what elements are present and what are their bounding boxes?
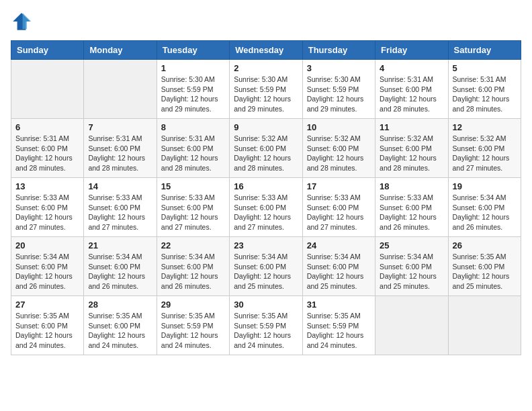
day-of-week-header: Thursday — [302, 41, 375, 60]
calendar-cell: 9Sunrise: 5:32 AM Sunset: 6:00 PM Daylig… — [230, 119, 302, 178]
day-info: Sunrise: 5:30 AM Sunset: 5:59 PM Dayligh… — [161, 75, 225, 114]
day-info: Sunrise: 5:33 AM Sunset: 6:00 PM Dayligh… — [88, 193, 152, 232]
day-number: 26 — [453, 240, 517, 250]
day-number: 28 — [88, 300, 152, 310]
day-of-week-header: Tuesday — [157, 41, 229, 60]
day-number: 4 — [380, 63, 443, 73]
calendar-cell: 6Sunrise: 5:31 AM Sunset: 6:00 PM Daylig… — [11, 119, 84, 178]
day-number: 21 — [88, 240, 152, 250]
day-number: 23 — [234, 240, 298, 250]
day-number: 7 — [88, 122, 152, 132]
calendar-cell: 2Sunrise: 5:30 AM Sunset: 5:59 PM Daylig… — [230, 60, 302, 119]
day-info: Sunrise: 5:33 AM Sunset: 6:00 PM Dayligh… — [307, 193, 371, 232]
day-info: Sunrise: 5:31 AM Sunset: 6:00 PM Dayligh… — [88, 134, 152, 173]
day-info: Sunrise: 5:34 AM Sunset: 6:00 PM Dayligh… — [161, 252, 225, 291]
day-number: 13 — [15, 181, 79, 191]
day-info: Sunrise: 5:32 AM Sunset: 6:00 PM Dayligh… — [453, 134, 517, 173]
day-number: 30 — [234, 300, 298, 310]
calendar-cell — [11, 60, 84, 119]
calendar-cell — [375, 296, 448, 355]
calendar-cell: 14Sunrise: 5:33 AM Sunset: 6:00 PM Dayli… — [84, 178, 157, 237]
day-number: 2 — [234, 63, 298, 73]
day-number: 16 — [234, 181, 298, 191]
day-of-week-header: Friday — [375, 41, 448, 60]
day-of-week-header: Sunday — [11, 41, 84, 60]
day-info: Sunrise: 5:35 AM Sunset: 5:59 PM Dayligh… — [161, 311, 225, 351]
calendar-cell: 8Sunrise: 5:31 AM Sunset: 6:00 PM Daylig… — [157, 119, 229, 178]
day-number: 1 — [161, 63, 225, 73]
calendar-week-row: 20Sunrise: 5:34 AM Sunset: 6:00 PM Dayli… — [11, 237, 521, 296]
day-number: 9 — [234, 122, 298, 132]
calendar-cell: 27Sunrise: 5:35 AM Sunset: 6:00 PM Dayli… — [11, 296, 84, 355]
day-number: 31 — [307, 300, 371, 310]
calendar-week-row: 27Sunrise: 5:35 AM Sunset: 6:00 PM Dayli… — [11, 296, 521, 355]
day-info: Sunrise: 5:33 AM Sunset: 6:00 PM Dayligh… — [161, 193, 225, 232]
day-number: 10 — [307, 122, 371, 132]
day-number: 5 — [453, 63, 517, 73]
calendar-cell: 21Sunrise: 5:34 AM Sunset: 6:00 PM Dayli… — [84, 237, 157, 296]
day-number: 15 — [161, 181, 225, 191]
day-info: Sunrise: 5:30 AM Sunset: 5:59 PM Dayligh… — [234, 75, 298, 114]
day-info: Sunrise: 5:34 AM Sunset: 6:00 PM Dayligh… — [307, 252, 371, 291]
day-info: Sunrise: 5:34 AM Sunset: 6:00 PM Dayligh… — [15, 252, 79, 291]
day-info: Sunrise: 5:32 AM Sunset: 6:00 PM Dayligh… — [234, 134, 298, 173]
calendar-cell: 15Sunrise: 5:33 AM Sunset: 6:00 PM Dayli… — [157, 178, 229, 237]
calendar-cell: 4Sunrise: 5:31 AM Sunset: 6:00 PM Daylig… — [375, 60, 448, 119]
calendar-cell: 19Sunrise: 5:34 AM Sunset: 6:00 PM Dayli… — [448, 178, 521, 237]
calendar-cell: 29Sunrise: 5:35 AM Sunset: 5:59 PM Dayli… — [157, 296, 229, 355]
svg-marker-1 — [23, 13, 32, 29]
day-number: 17 — [307, 181, 371, 191]
day-info: Sunrise: 5:33 AM Sunset: 6:00 PM Dayligh… — [15, 193, 79, 232]
day-number: 11 — [380, 122, 443, 132]
calendar-week-row: 13Sunrise: 5:33 AM Sunset: 6:00 PM Dayli… — [11, 178, 521, 237]
calendar-cell: 16Sunrise: 5:33 AM Sunset: 6:00 PM Dayli… — [230, 178, 302, 237]
calendar-cell: 1Sunrise: 5:30 AM Sunset: 5:59 PM Daylig… — [157, 60, 229, 119]
calendar-cell: 3Sunrise: 5:30 AM Sunset: 5:59 PM Daylig… — [302, 60, 375, 119]
calendar-cell: 5Sunrise: 5:31 AM Sunset: 6:00 PM Daylig… — [448, 60, 521, 119]
day-number: 29 — [161, 300, 225, 310]
calendar-cell — [448, 296, 521, 355]
day-info: Sunrise: 5:31 AM Sunset: 6:00 PM Dayligh… — [15, 134, 79, 173]
logo — [11, 11, 35, 32]
day-info: Sunrise: 5:34 AM Sunset: 6:00 PM Dayligh… — [88, 252, 152, 291]
day-of-week-header: Saturday — [448, 41, 521, 60]
calendar-cell: 23Sunrise: 5:34 AM Sunset: 6:00 PM Dayli… — [230, 237, 302, 296]
day-info: Sunrise: 5:35 AM Sunset: 6:00 PM Dayligh… — [15, 311, 79, 351]
calendar-cell: 20Sunrise: 5:34 AM Sunset: 6:00 PM Dayli… — [11, 237, 84, 296]
day-number: 20 — [15, 240, 79, 250]
day-info: Sunrise: 5:31 AM Sunset: 6:00 PM Dayligh… — [161, 134, 225, 173]
day-info: Sunrise: 5:33 AM Sunset: 6:00 PM Dayligh… — [380, 193, 443, 232]
calendar-week-row: 6Sunrise: 5:31 AM Sunset: 6:00 PM Daylig… — [11, 119, 521, 178]
day-number: 27 — [15, 300, 79, 310]
day-info: Sunrise: 5:35 AM Sunset: 5:59 PM Dayligh… — [307, 311, 371, 351]
day-number: 6 — [15, 122, 79, 132]
logo-icon — [11, 11, 32, 32]
day-info: Sunrise: 5:35 AM Sunset: 6:00 PM Dayligh… — [453, 252, 517, 291]
calendar-cell: 31Sunrise: 5:35 AM Sunset: 5:59 PM Dayli… — [302, 296, 375, 355]
day-number: 19 — [453, 181, 517, 191]
day-number: 3 — [307, 63, 371, 73]
calendar-cell: 7Sunrise: 5:31 AM Sunset: 6:00 PM Daylig… — [84, 119, 157, 178]
day-number: 24 — [307, 240, 371, 250]
calendar-cell: 10Sunrise: 5:32 AM Sunset: 6:00 PM Dayli… — [302, 119, 375, 178]
calendar-cell: 25Sunrise: 5:34 AM Sunset: 6:00 PM Dayli… — [375, 237, 448, 296]
calendar-header: SundayMondayTuesdayWednesdayThursdayFrid… — [11, 41, 521, 60]
calendar-cell: 13Sunrise: 5:33 AM Sunset: 6:00 PM Dayli… — [11, 178, 84, 237]
day-of-week-header: Monday — [84, 41, 157, 60]
calendar-cell: 30Sunrise: 5:35 AM Sunset: 5:59 PM Dayli… — [230, 296, 302, 355]
calendar-cell: 12Sunrise: 5:32 AM Sunset: 6:00 PM Dayli… — [448, 119, 521, 178]
calendar-cell: 24Sunrise: 5:34 AM Sunset: 6:00 PM Dayli… — [302, 237, 375, 296]
page-header — [11, 11, 521, 32]
day-info: Sunrise: 5:30 AM Sunset: 5:59 PM Dayligh… — [307, 75, 371, 114]
calendar-cell: 26Sunrise: 5:35 AM Sunset: 6:00 PM Dayli… — [448, 237, 521, 296]
day-number: 25 — [380, 240, 443, 250]
day-number: 22 — [161, 240, 225, 250]
day-number: 14 — [88, 181, 152, 191]
calendar-cell: 11Sunrise: 5:32 AM Sunset: 6:00 PM Dayli… — [375, 119, 448, 178]
day-info: Sunrise: 5:32 AM Sunset: 6:00 PM Dayligh… — [380, 134, 443, 173]
day-info: Sunrise: 5:33 AM Sunset: 6:00 PM Dayligh… — [234, 193, 298, 232]
calendar-cell: 28Sunrise: 5:35 AM Sunset: 6:00 PM Dayli… — [84, 296, 157, 355]
day-of-week-header: Wednesday — [230, 41, 302, 60]
calendar-cell: 22Sunrise: 5:34 AM Sunset: 6:00 PM Dayli… — [157, 237, 229, 296]
calendar-cell: 18Sunrise: 5:33 AM Sunset: 6:00 PM Dayli… — [375, 178, 448, 237]
